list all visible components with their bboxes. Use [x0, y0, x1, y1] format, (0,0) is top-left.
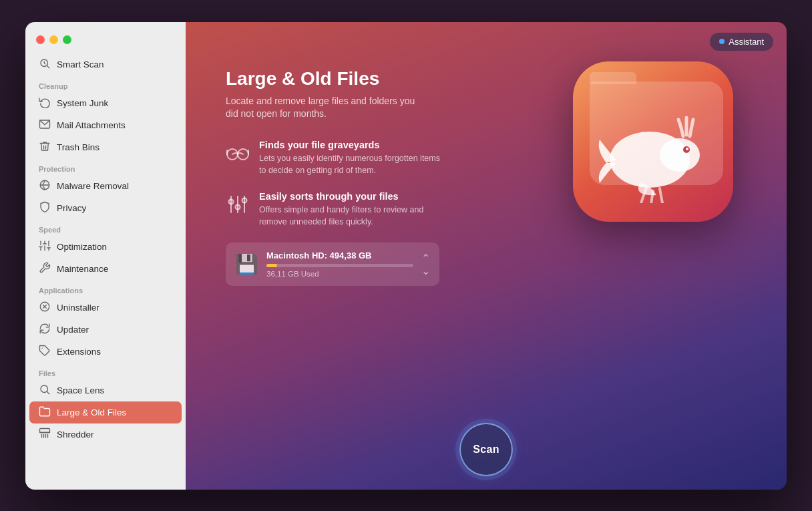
- sidebar-item-updater[interactable]: Updater: [29, 319, 182, 341]
- sidebar-item-privacy[interactable]: Privacy: [29, 197, 182, 219]
- maximize-button[interactable]: [63, 35, 71, 44]
- main-content: Assistant Large & Old Files Locate and r…: [186, 22, 787, 490]
- section-applications: Applications: [25, 280, 186, 297]
- minimize-button[interactable]: [49, 35, 58, 44]
- scan-button[interactable]: Scan: [459, 423, 513, 476]
- sidebar-item-space-lens[interactable]: Space Lens: [29, 379, 182, 401]
- disk-info: Macintosh HD: 494,38 GB 36,11 GB Used: [266, 250, 413, 278]
- svg-point-37: [686, 148, 688, 150]
- sidebar-item-trash-bins[interactable]: Trash Bins: [29, 136, 182, 158]
- svg-rect-19: [40, 428, 50, 432]
- feature-sorting-text: Easily sorts through your files Offers s…: [259, 191, 446, 228]
- disk-used-label: 36,11 GB Used: [266, 270, 413, 278]
- glasses-icon: [226, 141, 250, 165]
- section-protection: Protection: [25, 158, 186, 175]
- shredder-icon: [39, 428, 51, 442]
- sidebar-item-uninstaller[interactable]: Uninstaller: [29, 297, 182, 319]
- svg-line-1: [47, 65, 49, 67]
- svg-point-32: [236, 204, 240, 209]
- content-area: Large & Old Files Locate and remove larg…: [186, 61, 787, 411]
- window-controls: [25, 33, 186, 53]
- topbar: Assistant: [186, 22, 787, 61]
- optimization-icon: [39, 240, 51, 254]
- chevron-icon: ⌃⌄: [421, 252, 430, 277]
- disk-bar-fill: [266, 264, 277, 267]
- maintenance-icon: [39, 262, 51, 276]
- sidebar-item-maintenance[interactable]: Maintenance: [29, 258, 182, 280]
- sidebar-item-system-junk[interactable]: System Junk: [29, 92, 182, 114]
- sidebar-item-large-old-files[interactable]: Large & Old Files: [29, 401, 182, 423]
- malware-icon: [39, 179, 51, 193]
- assistant-label: Assistant: [729, 37, 764, 47]
- feature-sorting-desc: Offers simple and handy filters to revie…: [259, 204, 446, 228]
- sidebar-item-malware-removal[interactable]: Malware Removal: [29, 175, 182, 197]
- feature-graveyards-desc: Lets you easily identify numerous forgot…: [259, 152, 446, 176]
- feature-graveyards: Finds your file graveyards Lets you easi…: [226, 140, 533, 176]
- smart-scan-icon: [39, 57, 51, 71]
- app-icon: [573, 61, 733, 222]
- assistant-dot: [719, 39, 725, 44]
- svg-point-17: [41, 385, 48, 393]
- disk-drive-icon: 💾: [235, 253, 258, 275]
- right-illustration: [560, 61, 747, 222]
- sidebar-smart-scan-label: Smart Scan: [57, 59, 104, 69]
- privacy-icon: [39, 201, 51, 215]
- sidebar-item-mail-attachments[interactable]: Mail Attachments: [29, 114, 182, 136]
- feature-graveyards-title: Finds your file graveyards: [259, 140, 446, 150]
- sidebar: Smart Scan Cleanup System Junk Mail Atta…: [25, 22, 186, 490]
- page-subtitle: Locate and remove large files and folder…: [226, 95, 426, 121]
- svg-point-33: [242, 198, 247, 202]
- extensions-icon: [39, 345, 51, 359]
- svg-point-35: [660, 138, 700, 172]
- close-button[interactable]: [36, 35, 45, 44]
- feature-sorting-title: Easily sorts through your files: [259, 191, 446, 202]
- app-window: Smart Scan Cleanup System Junk Mail Atta…: [25, 22, 787, 490]
- assistant-button[interactable]: Assistant: [710, 33, 773, 51]
- system-junk-icon: [39, 96, 51, 110]
- uninstaller-icon: [39, 301, 51, 315]
- svg-point-31: [229, 199, 234, 204]
- section-cleanup: Cleanup: [25, 75, 186, 92]
- disk-selector[interactable]: 💾 Macintosh HD: 494,38 GB 36,11 GB Used …: [226, 242, 439, 286]
- space-lens-icon: [39, 383, 51, 397]
- scan-label: Scan: [473, 444, 499, 456]
- large-files-icon: [39, 405, 51, 419]
- sidebar-item-optimization[interactable]: Optimization: [29, 236, 182, 258]
- left-content: Large & Old Files Locate and remove larg…: [226, 61, 533, 287]
- updater-icon: [39, 323, 51, 337]
- sidebar-item-extensions[interactable]: Extensions: [29, 341, 182, 363]
- mail-icon: [39, 118, 51, 132]
- filter-icon: [226, 192, 250, 216]
- feature-sorting: Easily sorts through your files Offers s…: [226, 191, 533, 228]
- disk-usage-bar: [266, 264, 413, 267]
- sidebar-item-shredder[interactable]: Shredder: [29, 423, 182, 446]
- feature-graveyards-text: Finds your file graveyards Lets you easi…: [259, 140, 446, 176]
- section-files: Files: [25, 363, 186, 379]
- sidebar-item-smart-scan[interactable]: Smart Scan: [29, 53, 182, 75]
- disk-name: Macintosh HD: 494,38 GB: [266, 250, 413, 261]
- section-speed: Speed: [25, 219, 186, 236]
- whale-illustration: [593, 110, 713, 203]
- svg-line-18: [47, 391, 49, 393]
- page-title: Large & Old Files: [226, 68, 533, 90]
- scan-button-area: Scan: [186, 411, 787, 490]
- trash-icon: [39, 140, 51, 154]
